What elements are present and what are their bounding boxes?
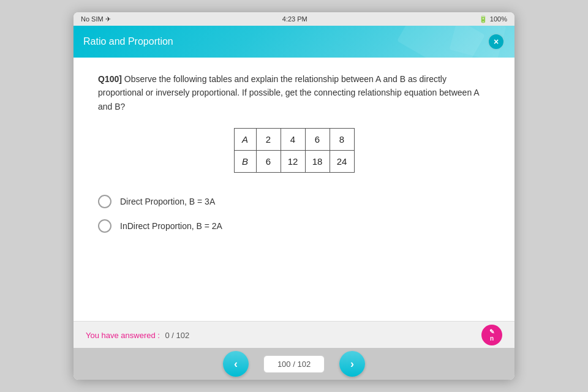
nav-bar: ‹ 100 / 102 › — [74, 348, 514, 380]
row-a-label: A — [234, 129, 256, 151]
question-body: Observe the following tables and explain… — [98, 74, 479, 111]
page-text: 100 / 102 — [277, 360, 311, 369]
next-icon: › — [350, 358, 354, 371]
row-b-val-3: 18 — [305, 151, 330, 173]
row-b-val-1: 6 — [256, 151, 281, 173]
table-row-b: B 6 12 18 24 — [234, 151, 354, 173]
radio-1[interactable] — [98, 195, 111, 208]
proportion-table-container: A 2 4 6 8 B 6 12 18 24 — [98, 128, 490, 173]
bottom-bar: You have answered : 0 / 102 ✎n — [74, 321, 514, 348]
options-container: Direct Proportion, B = 3A InDirect Propo… — [98, 195, 490, 233]
row-a-val-1: 2 — [256, 129, 281, 151]
carrier-text: No SIM ✈ — [81, 15, 111, 23]
answered-value: 0 — [165, 331, 169, 340]
header-title: Ratio and Proportion — [83, 36, 173, 47]
row-a-val-4: 8 — [330, 129, 354, 151]
option-1-text: Direct Proportion, B = 3A — [120, 197, 215, 206]
battery-percent: 100% — [490, 15, 507, 23]
row-b-val-4: 24 — [330, 151, 354, 173]
logo-button[interactable]: ✎n — [481, 325, 502, 345]
next-button[interactable]: › — [339, 351, 365, 377]
device-frame: No SIM ✈ 4:23 PM 🔋 100% Ratio and Propor… — [74, 12, 514, 380]
question-text: Q100] Observe the following tables and e… — [98, 72, 490, 113]
main-content: Q100] Observe the following tables and e… — [74, 58, 514, 321]
answered-count: 0 / 102 — [165, 331, 189, 340]
status-right: 🔋 100% — [479, 15, 507, 23]
page-indicator: 100 / 102 — [263, 355, 325, 373]
status-bar: No SIM ✈ 4:23 PM 🔋 100% — [74, 12, 514, 26]
proportion-table: A 2 4 6 8 B 6 12 18 24 — [234, 128, 355, 173]
row-a-val-3: 6 — [305, 129, 330, 151]
battery-icon: 🔋 — [479, 15, 488, 23]
close-button[interactable]: × — [488, 33, 505, 50]
answered-separator: / — [172, 331, 176, 340]
row-b-label: B — [234, 151, 256, 173]
option-1[interactable]: Direct Proportion, B = 3A — [98, 195, 490, 208]
question-number: Q100] — [98, 74, 122, 84]
prev-icon: ‹ — [234, 358, 238, 371]
option-2-text: InDirect Proportion, B = 2A — [120, 221, 222, 231]
logo-icon: ✎n — [489, 328, 494, 342]
answered-total: 102 — [176, 331, 190, 340]
status-left: No SIM ✈ — [81, 15, 111, 23]
answered-section: You have answered : 0 / 102 — [86, 330, 189, 341]
header: Ratio and Proportion × — [74, 26, 514, 58]
row-a-val-2: 4 — [281, 129, 305, 151]
radio-2[interactable] — [98, 219, 111, 233]
answered-label: You have answered : — [86, 331, 160, 340]
prev-button[interactable]: ‹ — [223, 351, 249, 377]
status-time: 4:23 PM — [282, 15, 307, 23]
option-2[interactable]: InDirect Proportion, B = 2A — [98, 219, 490, 233]
table-row-a: A 2 4 6 8 — [234, 129, 354, 151]
row-b-val-2: 12 — [281, 151, 305, 173]
